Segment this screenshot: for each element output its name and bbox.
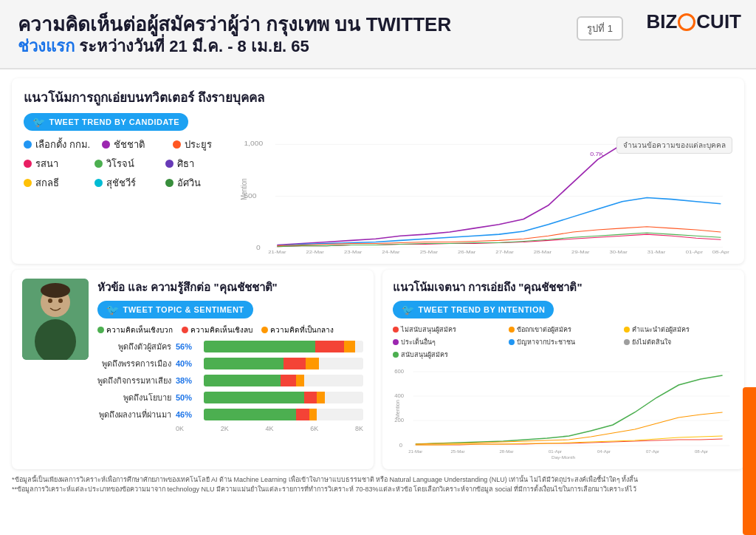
legend-area: เลือกตั้ง กกม. ชัชชาติ ประยูร รสนา xyxy=(24,137,232,194)
svg-text:31-Mar: 31-Mar xyxy=(647,249,666,253)
int-dot-4 xyxy=(509,339,515,345)
bar-label-0: พูดถึงตัวผู้สมัคร xyxy=(97,340,171,353)
person-image xyxy=(22,279,89,360)
sent-label-positive: ความคิดเห็นเชิงบวก xyxy=(106,324,173,335)
int-label-1: ข้อถกเขาต่อผู้สมัคร xyxy=(517,324,571,335)
svg-text:27-Mar: 27-Mar xyxy=(496,249,515,253)
trend-chart-svg: 1,000 500 0 Mention xyxy=(239,137,732,255)
int-label-4: ปัญหาจากประชาชน xyxy=(517,337,575,347)
svg-text:01-Apr: 01-Apr xyxy=(686,249,704,254)
svg-point-27 xyxy=(48,299,52,303)
legend-item-6: สกลธี xyxy=(24,175,83,191)
svg-text:07-Apr: 07-Apr xyxy=(646,449,659,454)
legend-item-4: วิโรจน์ xyxy=(94,156,154,171)
header: ความคิดเห็นต่อผู้สมัครว่าผู้ว่า กรุงเทพ … xyxy=(0,0,756,69)
svg-text:04-Apr: 04-Apr xyxy=(597,449,611,454)
legend-label-3: รสนา xyxy=(35,156,58,171)
tweet-trend-label: TWEET TREND BY CANDIDATE xyxy=(49,117,180,126)
int-item-5: ยังไม่ตัดสินใจ xyxy=(624,337,734,347)
section1-title: แนวโน้มการถูกเอ่ยบนทวิตเตอร์ ถึงรายบุคคล xyxy=(24,87,732,107)
card-right-title: แนวโน้มเจตนา การเอ่ยถึง "คุณชัชชาติ" xyxy=(393,279,734,296)
svg-text:Mention: Mention xyxy=(241,178,249,200)
bar-neg-3 xyxy=(304,392,317,403)
sent-dot-negative xyxy=(182,327,188,333)
intention-chart-svg: 600 400 200 0 Mention xyxy=(393,364,734,460)
logo-circle xyxy=(678,13,695,31)
int-label-6: สนับสนุนผู้สมัคร xyxy=(401,350,448,360)
header-badge: รูปที่ 1 xyxy=(577,16,623,41)
int-label-5: ยังไม่ตัดสินใจ xyxy=(632,337,671,347)
svg-text:25-Mar: 25-Mar xyxy=(450,449,464,454)
bar-label-1: พูดถึงพรรคการเมือง xyxy=(97,357,171,370)
header-title-main: ความคิดเห็นต่อผู้สมัครว่าผู้ว่า กรุงเทพ … xyxy=(18,13,738,36)
bar-pos-3 xyxy=(204,392,304,403)
bar-row-4: พูดถึงผลงานที่ผ่านมา 46% xyxy=(97,408,363,421)
legend-dot-6 xyxy=(24,179,32,187)
sent-label-negative: ความคิดเห็นเชิงลบ xyxy=(190,324,252,335)
topic-sentiment-label: TWEET TOPIC & SENTIMENT xyxy=(123,305,244,314)
int-dot-0 xyxy=(393,327,399,333)
int-item-6: สนับสนุนผู้สมัคร xyxy=(393,350,503,360)
svg-text:29-Mar: 29-Mar xyxy=(571,249,590,253)
bar-row-1: พูดถึงพรรคการเมือง 40% xyxy=(97,357,363,370)
bar-neu-0 xyxy=(344,341,355,352)
svg-text:08-Apr: 08-Apr xyxy=(695,449,708,454)
bar-pos-2 xyxy=(204,375,281,386)
bar-neg-0 xyxy=(315,341,344,352)
twitter-icon-3: 🐦 xyxy=(402,304,415,316)
person-svg xyxy=(22,279,89,360)
x-label-8k: 8K xyxy=(355,425,363,432)
bar-track-0 xyxy=(204,341,363,352)
bar-neg-1 xyxy=(284,358,306,369)
legend-item-3: รสนา xyxy=(24,156,83,171)
svg-text:0.7K: 0.7K xyxy=(590,151,604,157)
twitter-icon: 🐦 xyxy=(32,116,46,128)
bar-chart: พูดถึงตัวผู้สมัคร 56% พูดถึงพรรคการเมือง… xyxy=(97,340,363,421)
legend-item-5: ศิธา xyxy=(165,156,224,171)
int-item-2: คำแนะนำต่อผู้สมัคร xyxy=(624,324,734,335)
bar-track-4 xyxy=(204,409,363,420)
footer-note-2: **ข้อมูลการวิเคราะห์แต่ละประเภทของข้อควา… xyxy=(12,485,744,495)
legend-label-1: ชัชชาติ xyxy=(114,137,145,152)
int-item-3: ประเด็นอื่นๆ xyxy=(393,337,503,347)
bar-neu-1 xyxy=(306,358,318,369)
intention-legend: ไม่สนับสนุนผู้สมัคร ข้อถกเขาต่อผู้สมัคร … xyxy=(393,324,734,360)
legend-dot-2 xyxy=(173,140,181,149)
section1-body: เลือกตั้ง กกม. ชัชชาติ ประยูร รสนา xyxy=(24,137,732,255)
int-label-0: ไม่สนับสนุนผู้สมัคร xyxy=(401,324,456,335)
svg-point-25 xyxy=(41,283,70,298)
bar-neu-3 xyxy=(317,392,325,403)
bar-track-1 xyxy=(204,358,363,369)
bar-neu-4 xyxy=(309,409,317,420)
legend-item-2: ประยูร xyxy=(173,137,232,152)
svg-text:Day-Month: Day-Month xyxy=(551,454,576,460)
header-title-sub: ช่วงแรก ระหว่างวันที่ 21 มี.ค. - 8 เม.ย.… xyxy=(18,36,738,58)
bar-track-2 xyxy=(204,375,363,386)
legend-item-8: อัศวิน xyxy=(165,175,224,191)
legend-item-7: สุชัชวีร์ xyxy=(94,175,154,191)
bar-row-3: พูดถึงนโยบาย 50% xyxy=(97,391,363,404)
bar-neg-2 xyxy=(281,375,297,386)
twitter-icon-2: 🐦 xyxy=(106,304,120,316)
sent-neutral: ความคิดที่เป็นกลาง xyxy=(261,324,334,335)
legend-row-2: รสนา วิโรจน์ ศิธา xyxy=(24,156,232,171)
legend-label-7: สุชัชวีร์ xyxy=(106,175,136,191)
svg-text:28-Mar: 28-Mar xyxy=(499,449,513,454)
bar-row-0: พูดถึงตัวผู้สมัคร 56% xyxy=(97,340,363,353)
legend-item-1: ชัชชาติ xyxy=(102,137,161,152)
bar-pos-1 xyxy=(204,358,284,369)
int-dot-6 xyxy=(393,352,399,358)
int-label-3: ประเด็นอื่นๆ xyxy=(401,337,436,347)
legend-dot-7 xyxy=(94,179,103,187)
legend-label-2: ประยูร xyxy=(185,137,212,152)
bar-pct-2: 38% xyxy=(176,376,199,385)
bar-pct-4: 46% xyxy=(176,410,199,419)
legend-label-4: วิโรจน์ xyxy=(106,156,134,171)
svg-text:23-Mar: 23-Mar xyxy=(344,249,362,253)
legend-item-0: เลือกตั้ง กกม. xyxy=(24,137,90,152)
legend-label-6: สกลธี xyxy=(35,175,59,191)
sent-label-neutral: ความคิดที่เป็นกลาง xyxy=(270,324,334,335)
bar-label-2: พูดถึงกิจกรรมหาเสียง xyxy=(97,374,171,387)
svg-text:600: 600 xyxy=(394,368,404,375)
svg-text:26-Mar: 26-Mar xyxy=(458,249,476,253)
